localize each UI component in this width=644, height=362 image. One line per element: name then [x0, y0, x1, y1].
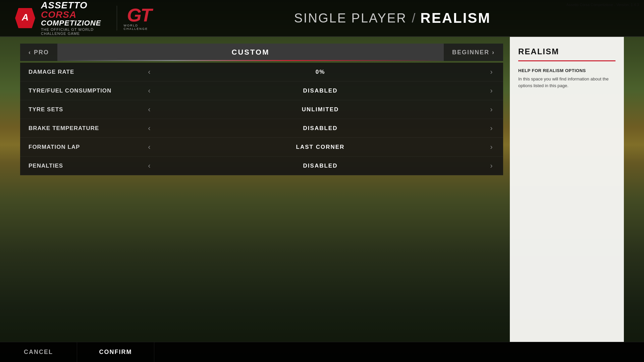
- formation-lap-value: LAST CORNER: [156, 144, 485, 150]
- acc-text: ASSETTO CORSA COMPETIZIONE THE OFFICIAL …: [41, 1, 105, 36]
- setting-label-formation-lap: FORMATION LAP: [25, 144, 143, 150]
- preset-beginner-label: BEGINNER: [452, 49, 489, 56]
- formation-lap-right-arrow[interactable]: ›: [485, 143, 498, 152]
- right-panel: REALISM HELP FOR REALISM OPTIONS In this…: [510, 37, 624, 342]
- acc-logo-icon: A: [13, 6, 37, 30]
- top-bar: A ASSETTO CORSA COMPETIZIONE THE OFFICIA…: [0, 0, 644, 37]
- damage-rate-right-arrow[interactable]: ›: [485, 68, 498, 76]
- preset-beginner-button[interactable]: BEGINNER ›: [444, 44, 503, 61]
- chevron-right-icon: ›: [492, 49, 495, 56]
- table-row: DAMAGE RATE ‹ 0% ›: [20, 63, 503, 81]
- title-area: SINGLE PLAYER / REALISM: [154, 10, 631, 26]
- bottom-spacer: [154, 342, 644, 362]
- preset-pro-button[interactable]: ‹ PRO: [20, 44, 57, 61]
- cancel-button[interactable]: CANCEL: [0, 342, 77, 362]
- brake-temp-value: DISABLED: [156, 125, 485, 132]
- bottom-bar: CANCEL CONFIRM: [0, 342, 644, 362]
- tyre-sets-right-arrow[interactable]: ›: [485, 105, 498, 114]
- setting-label-penalties: PENALTIES: [25, 163, 143, 169]
- formation-lap-left-arrow[interactable]: ‹: [143, 143, 156, 152]
- help-title: HELP FOR REALISM OPTIONS: [518, 68, 615, 73]
- preset-custom-label: CUSTOM: [57, 44, 444, 61]
- preset-selector: ‹ PRO CUSTOM BEGINNER ›: [20, 44, 503, 61]
- settings-panel: ‹ PRO CUSTOM BEGINNER › DAMAGE RATE ‹ 0%…: [20, 37, 503, 342]
- tyre-fuel-right-arrow[interactable]: ›: [485, 86, 498, 95]
- page-title-single-player: SINGLE PLAYER: [294, 11, 407, 25]
- tyre-fuel-value: DISABLED: [156, 87, 485, 94]
- penalties-left-arrow[interactable]: ‹: [143, 162, 156, 170]
- main-content: ‹ PRO CUSTOM BEGINNER › DAMAGE RATE ‹ 0%…: [20, 37, 624, 342]
- chevron-left-icon: ‹: [29, 49, 31, 56]
- gt-logo-text: GT: [127, 6, 151, 24]
- logo-area: A ASSETTO CORSA COMPETIZIONE THE OFFICIA…: [13, 1, 154, 36]
- table-row: TYRE SETS ‹ UNLIMITED ›: [20, 100, 503, 119]
- title-separator: /: [412, 11, 416, 25]
- world-challenge-text: WORLD CHALLENGE: [124, 24, 154, 31]
- setting-label-damage-rate: DAMAGE RATE: [25, 69, 143, 75]
- penalties-right-arrow[interactable]: ›: [485, 162, 498, 170]
- right-panel-title: REALISM: [518, 47, 615, 61]
- setting-label-brake-temp: BRAKE TEMPERATURE: [25, 125, 143, 132]
- confirm-button[interactable]: CONFIRM: [77, 342, 154, 362]
- setting-label-tyre-sets: TYRE SETS: [25, 106, 143, 113]
- brake-temp-right-arrow[interactable]: ›: [485, 124, 498, 133]
- damage-rate-left-arrow[interactable]: ‹: [143, 68, 156, 76]
- table-row: PENALTIES ‹ DISABLED ›: [20, 157, 503, 175]
- damage-rate-value: 0%: [156, 69, 485, 75]
- setting-label-tyre-fuel: TYRE/FUEL CONSUMPTION: [25, 87, 143, 94]
- table-row: BRAKE TEMPERATURE ‹ DISABLED ›: [20, 119, 503, 138]
- settings-rows: DAMAGE RATE ‹ 0% › TYRE/FUEL CONSUMPTION…: [20, 63, 503, 175]
- acc-logo-competizione: COMPETIZIONE: [41, 19, 105, 27]
- tyre-fuel-left-arrow[interactable]: ‹: [143, 86, 156, 95]
- penalties-value: DISABLED: [156, 163, 485, 169]
- tyre-sets-value: UNLIMITED: [156, 106, 485, 113]
- preset-pro-label: PRO: [34, 49, 49, 56]
- table-row: FORMATION LAP ‹ LAST CORNER ›: [20, 138, 503, 157]
- acc-logo-main: ASSETTO CORSA: [41, 1, 105, 19]
- svg-text:A: A: [21, 12, 29, 22]
- brake-temp-left-arrow[interactable]: ‹: [143, 124, 156, 133]
- tyre-sets-left-arrow[interactable]: ‹: [143, 105, 156, 114]
- gt-logo-area: GT WORLD CHALLENGE: [117, 6, 154, 31]
- table-row: TYRE/FUEL CONSUMPTION ‹ DISABLED ›: [20, 81, 503, 100]
- page-title-realism: REALISM: [420, 10, 491, 26]
- help-text: In this space you will find information …: [518, 76, 615, 89]
- acc-logo-tagline: THE OFFICIAL GT WORLD CHALLENGE GAME: [41, 27, 105, 36]
